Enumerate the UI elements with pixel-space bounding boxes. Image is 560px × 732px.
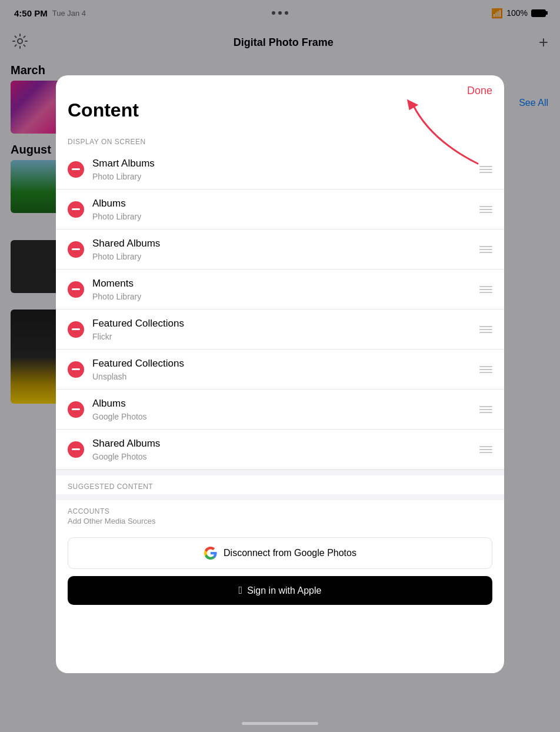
featured-unsplash-title: Featured Collections <box>92 357 472 370</box>
remove-shared-albums-photo-button[interactable] <box>68 241 84 258</box>
moments-text: Moments Photo Library <box>92 277 472 301</box>
shared-albums-google-text: Shared Albums Google Photos <box>92 437 472 461</box>
done-button[interactable]: Done <box>467 85 492 97</box>
albums-google-drag-handle[interactable] <box>479 406 492 413</box>
remove-albums-google-button[interactable] <box>68 401 84 418</box>
list-item-moments: Moments Photo Library <box>56 269 504 310</box>
moments-title: Moments <box>92 277 472 290</box>
section-divider-2 <box>56 494 504 500</box>
featured-unsplash-drag-handle[interactable] <box>479 366 492 373</box>
modal-header: Done <box>56 75 504 97</box>
remove-albums-photo-button[interactable] <box>68 201 84 218</box>
featured-flickr-title: Featured Collections <box>92 317 472 330</box>
list-item-shared-albums-google: Shared Albums Google Photos <box>56 430 504 470</box>
list-item-shared-albums-photo: Shared Albums Photo Library <box>56 229 504 269</box>
albums-photo-text: Albums Photo Library <box>92 197 472 221</box>
account-buttons: Disconnect from Google Photos  Sign in … <box>56 528 504 614</box>
albums-photo-title: Albums <box>92 197 472 210</box>
albums-photo-subtitle: Photo Library <box>92 212 472 221</box>
list-item-albums-google: Albums Google Photos <box>56 390 504 430</box>
remove-smart-albums-button[interactable] <box>68 161 84 178</box>
featured-unsplash-text: Featured Collections Unsplash <box>92 357 472 381</box>
smart-albums-text: Smart Albums Photo Library <box>92 157 472 181</box>
featured-flickr-text: Featured Collections Flickr <box>92 317 472 341</box>
smart-albums-subtitle: Photo Library <box>92 172 472 181</box>
list-item-albums-photo: Albums Photo Library <box>56 189 504 229</box>
modal-body: DISPLAY ON SCREEN Smart Albums Photo Lib… <box>56 131 504 673</box>
featured-flickr-subtitle: Flickr <box>92 332 472 341</box>
modal-title: Content <box>56 97 504 131</box>
apple-logo-icon:  <box>239 584 243 597</box>
smart-albums-drag-handle[interactable] <box>479 166 492 173</box>
shared-albums-photo-title: Shared Albums <box>92 237 472 250</box>
remove-shared-albums-google-button[interactable] <box>68 441 84 458</box>
display-on-screen-header: DISPLAY ON SCREEN <box>56 131 504 149</box>
albums-google-title: Albums <box>92 397 472 410</box>
featured-flickr-drag-handle[interactable] <box>479 326 492 333</box>
shared-albums-google-subtitle: Google Photos <box>92 452 472 461</box>
albums-google-text: Albums Google Photos <box>92 397 472 421</box>
featured-unsplash-subtitle: Unsplash <box>92 372 472 381</box>
sign-in-apple-button[interactable]:  Sign in with Apple <box>68 576 492 605</box>
section-divider-1 <box>56 470 504 475</box>
shared-albums-google-drag-handle[interactable] <box>479 446 492 453</box>
modal-sheet: Done Content DISPLAY ON SCREEN Smart Alb… <box>56 75 504 673</box>
google-logo-icon <box>204 546 218 560</box>
remove-featured-flickr-button[interactable] <box>68 321 84 338</box>
sign-in-apple-label: Sign in with Apple <box>247 585 321 596</box>
remove-moments-button[interactable] <box>68 281 84 298</box>
home-indicator <box>242 722 318 725</box>
shared-albums-google-title: Shared Albums <box>92 437 472 450</box>
list-item-smart-albums: Smart Albums Photo Library <box>56 149 504 189</box>
disconnect-google-button[interactable]: Disconnect from Google Photos <box>68 537 492 569</box>
albums-google-subtitle: Google Photos <box>92 412 472 421</box>
shared-albums-photo-subtitle: Photo Library <box>92 252 472 261</box>
accounts-subtitle: Add Other Media Sources <box>68 517 492 525</box>
albums-photo-drag-handle[interactable] <box>479 206 492 213</box>
remove-featured-unsplash-button[interactable] <box>68 361 84 378</box>
suggested-content-header: SUGGESTED CONTENT <box>56 475 504 494</box>
moments-subtitle: Photo Library <box>92 292 472 301</box>
moments-drag-handle[interactable] <box>479 286 492 293</box>
shared-albums-photo-drag-handle[interactable] <box>479 246 492 253</box>
list-item-featured-flickr: Featured Collections Flickr <box>56 310 504 350</box>
smart-albums-title: Smart Albums <box>92 157 472 170</box>
accounts-section: ACCOUNTS Add Other Media Sources <box>56 500 504 528</box>
disconnect-google-label: Disconnect from Google Photos <box>224 548 356 558</box>
list-item-featured-unsplash: Featured Collections Unsplash <box>56 350 504 390</box>
accounts-header: ACCOUNTS <box>68 507 492 515</box>
shared-albums-photo-text: Shared Albums Photo Library <box>92 237 472 261</box>
